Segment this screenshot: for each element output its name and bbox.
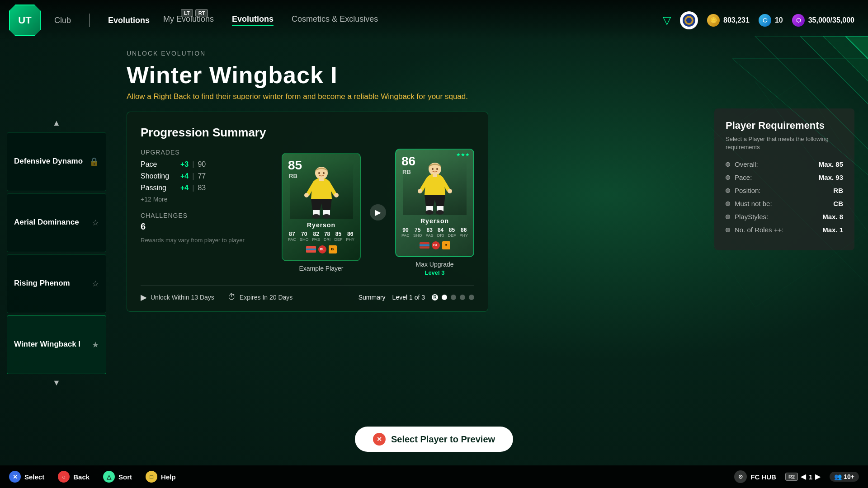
level-dot-1	[442, 295, 447, 300]
transfer-display: ⬡ 10	[759, 14, 783, 27]
max-card-badges: BL B	[396, 240, 473, 251]
card-league-icon: BL	[318, 245, 326, 253]
svg-rect-23	[306, 248, 316, 250]
ut-logo[interactable]: UT	[9, 5, 41, 36]
svg-point-31	[436, 210, 444, 215]
back-action: ○ Back	[58, 471, 90, 483]
select-action: ✕ Select	[9, 471, 44, 483]
x-controller-btn: ✕	[9, 471, 21, 483]
expires-icon: ⏱	[228, 292, 236, 302]
max-card-position: RB	[402, 169, 411, 175]
nav-evolutions-sub[interactable]: Evolutions	[232, 14, 274, 26]
example-card-inner: 85 RB	[282, 153, 361, 261]
footer-timers: ▶ Unlock Within 13 Days ⏱ Expires In 20 …	[141, 292, 292, 302]
sidebar-item-defensive-dynamo[interactable]: Defensive Dynamo 🔒	[7, 132, 106, 191]
nav-club[interactable]: Club	[50, 14, 75, 28]
evolution-description: Allow a Right Back to find their superio…	[127, 91, 479, 103]
notification-count: 10+	[844, 473, 854, 480]
coins-icon: 🪙	[707, 14, 720, 27]
select-label: Select	[24, 473, 44, 481]
upgrades-label: Upgrades	[141, 149, 273, 156]
max-card-rating: 86	[401, 154, 415, 169]
transfer-icon: ⬡	[759, 14, 771, 27]
fc-hub: ⊙ FC HUB	[734, 470, 776, 483]
sort-label: Sort	[118, 473, 132, 481]
player-cards-area: 85 RB	[282, 149, 474, 276]
svg-rect-35	[420, 242, 429, 244]
sidebar: ▲ Defensive Dynamo 🔒 Aerial Dominance ☆ …	[0, 41, 113, 465]
bottom-right: ⊙ FC HUB R2 ◀ 1 ▶ 👥 10+	[734, 470, 859, 483]
rt-hint: RT	[195, 9, 208, 17]
svg-point-17	[312, 214, 320, 219]
challenges-label: Challenges	[141, 212, 273, 219]
svg-rect-19	[319, 178, 324, 181]
nav-cosmetics[interactable]: Cosmetics & Exclusives	[292, 14, 378, 26]
nav-arrow-right: ▶	[815, 473, 821, 481]
sp-value: 35,000/35,000	[808, 16, 854, 24]
unlock-timer: ▶ Unlock Within 13 Days	[141, 292, 214, 302]
sidebar-item-rising-phenom[interactable]: Rising Phenom ☆	[7, 254, 106, 313]
sidebar-item-label: Rising Phenom	[14, 278, 70, 288]
stat-pace-name: Pace	[141, 160, 177, 169]
r2-badge: R2 ◀ 1 ▶	[785, 473, 821, 481]
sidebar-active-icon: ★	[92, 340, 99, 350]
club-badge	[680, 11, 698, 29]
coins-value: 803,231	[723, 16, 750, 24]
card-club-icon: B	[329, 245, 337, 253]
sidebar-item-label: Aerial Dominance	[14, 217, 79, 227]
stat-row-passing: Passing +4 | 83	[141, 184, 273, 192]
filter-icon[interactable]: ▽	[663, 14, 671, 27]
progression-footer: ▶ Unlock Within 13 Days ⏱ Expires In 20 …	[141, 285, 474, 302]
sidebar-item-label: Winter Wingback I	[14, 339, 80, 349]
max-card-name: Ryerson	[396, 217, 473, 225]
sidebar-item-aerial-dominance[interactable]: Aerial Dominance ☆	[7, 193, 106, 252]
svg-point-33	[432, 168, 434, 170]
svg-point-14	[334, 193, 339, 197]
more-stats: +12 More	[141, 196, 273, 203]
stat-row-pace: Pace +3 | 90	[141, 160, 273, 169]
example-card-badges: BL B	[283, 244, 360, 255]
help-action: □ Help	[146, 471, 176, 483]
coins-display: 🪙 803,231	[707, 14, 750, 27]
svg-point-30	[425, 210, 434, 215]
summary-label: Summary	[359, 294, 386, 301]
level-dots: R	[432, 294, 474, 300]
level-dot-r: R	[432, 294, 438, 300]
sq-controller-btn: □	[146, 471, 157, 483]
fc-hub-label: FC HUB	[750, 473, 776, 481]
svg-point-11	[686, 18, 692, 23]
svg-rect-36	[420, 244, 429, 246]
stat-shooting-bonus: +4	[180, 172, 189, 180]
max-club-icon: B	[442, 241, 450, 249]
sidebar-lock-icon-3: ☆	[92, 279, 99, 289]
example-player-label: Example Player	[282, 265, 361, 272]
select-player-button[interactable]: ✕ Select Player to Preview	[355, 427, 513, 452]
level-indicator-text: Level 1 of 3	[392, 294, 425, 301]
nav-evolutions[interactable]: Evolutions	[104, 14, 154, 28]
fc-hub-icon: ⊙	[734, 470, 747, 483]
sidebar-item-winter-wingback[interactable]: Winter Wingback I ★	[7, 315, 106, 374]
challenges-count: 6	[141, 221, 273, 232]
o-controller-btn: ○	[58, 471, 70, 483]
next-arrow-btn[interactable]: ▶	[370, 204, 386, 221]
stat-passing-bonus: +4	[180, 184, 189, 192]
sidebar-arrow-down[interactable]: ▼	[47, 376, 66, 390]
example-player-card: 85 RB	[282, 153, 361, 272]
topbar-right: ▽ 🪙 803,231 ⬡ 10 ⬡ 35,000/35,000	[663, 11, 854, 29]
svg-rect-22	[306, 246, 316, 249]
svg-rect-32	[433, 174, 437, 177]
max-upgrade-label: Max Upgrade	[395, 261, 474, 268]
max-upgrade-card: 86 RB ★★★	[395, 149, 474, 276]
sidebar-arrow-up[interactable]: ▲	[47, 117, 66, 130]
evolution-title: Winter Wingback I	[127, 61, 854, 89]
svg-point-20	[318, 172, 320, 174]
nav-arrow-left: ◀	[801, 473, 806, 481]
main-content: Unlock Evolution Winter Wingback I Allow…	[113, 41, 868, 465]
sidebar-lock-icon: 🔒	[89, 157, 99, 167]
example-card-name: Ryerson	[283, 221, 360, 229]
sp-display: ⬡ 35,000/35,000	[792, 14, 854, 27]
stat-passing-name: Passing	[141, 184, 177, 192]
svg-rect-37	[420, 246, 429, 249]
controller-hints-top: LT RT	[181, 9, 208, 17]
level-dot-3	[460, 295, 465, 300]
